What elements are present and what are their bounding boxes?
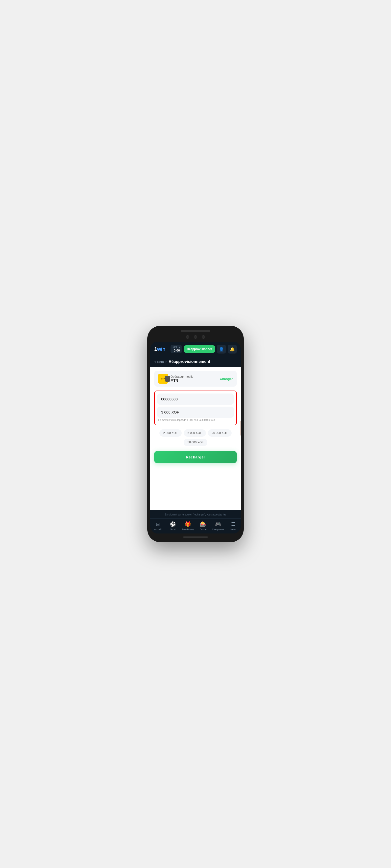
user-icon-button[interactable]: 👤 bbox=[217, 345, 226, 353]
casino-icon: 🎰 bbox=[200, 521, 206, 527]
amount-chip-2000[interactable]: 2 000 XOF bbox=[160, 429, 181, 437]
phone-top-bar bbox=[181, 330, 210, 332]
app-header: 1win XOF ▾ 0,00 Réapprovisionner 👤 🔔 bbox=[150, 342, 241, 356]
phone-bottom-bar bbox=[183, 536, 208, 538]
balance-chip[interactable]: XOF ▾ 0,00 bbox=[171, 345, 182, 353]
deposit-hint: Le montant d'un dépôt de 1 000 XOF à 300… bbox=[157, 419, 234, 423]
header-right: XOF ▾ 0,00 Réapprovisionner 👤 🔔 bbox=[171, 345, 237, 353]
reapprovisionner-button[interactable]: Réapprovisionner bbox=[184, 345, 215, 353]
page-header: < Retour Réapprovisionnement bbox=[150, 356, 241, 367]
nav-item-casino[interactable]: 🎰 Casino bbox=[197, 521, 210, 530]
nav-label-accueil: Accueil bbox=[154, 528, 161, 530]
nav-item-sport[interactable]: ⚽ Sport bbox=[167, 521, 179, 530]
amount-field[interactable]: 3 000 XOF bbox=[157, 407, 234, 418]
main-content: MTN Opérateur mobile MTN Changer 0000000… bbox=[150, 367, 241, 510]
balance-currency: XOF ▾ bbox=[172, 346, 180, 349]
nav-label-live-games: Live-games bbox=[212, 528, 224, 530]
nav-item-free-money[interactable]: 🎁 Free Money bbox=[182, 521, 194, 530]
user-icon: 👤 bbox=[219, 347, 224, 351]
phone-device: 1win XOF ▾ 0,00 Réapprovisionner 👤 🔔 bbox=[147, 326, 244, 542]
operator-label: Opérateur mobile bbox=[171, 375, 194, 378]
nav-item-menu[interactable]: ☰ Menu bbox=[227, 521, 240, 530]
page-title: Réapprovisionnement bbox=[169, 360, 210, 364]
gamepad-icon: 🎮 bbox=[215, 521, 221, 527]
phone-number-field[interactable]: 00000000 bbox=[157, 394, 234, 405]
operator-logo: MTN bbox=[158, 374, 168, 384]
phone-cameras bbox=[150, 335, 241, 339]
home-icon: ⊟ bbox=[156, 521, 160, 527]
operator-left: MTN Opérateur mobile MTN bbox=[158, 374, 194, 384]
camera-dot-left bbox=[186, 335, 189, 339]
sport-icon: ⚽ bbox=[170, 521, 176, 527]
amount-chip-50000[interactable]: 50 000 XOF bbox=[184, 439, 207, 446]
bell-icon-button[interactable]: 🔔 bbox=[228, 345, 237, 353]
gift-icon: 🎁 bbox=[185, 521, 191, 527]
camera-dot-right bbox=[202, 335, 205, 339]
disclaimer-bar: En cliquant sur le bouton "recharger", v… bbox=[150, 510, 241, 519]
nav-label-sport: Sport bbox=[170, 528, 176, 530]
bell-icon: 🔔 bbox=[230, 347, 235, 351]
camera-dot-center bbox=[194, 335, 197, 339]
nav-label-menu: Menu bbox=[230, 528, 236, 530]
chevron-down-icon: ▾ bbox=[179, 346, 180, 349]
recharge-main-button[interactable]: Recharger bbox=[154, 451, 237, 463]
amount-chip-5000[interactable]: 5 000 XOF bbox=[184, 429, 206, 437]
operator-info: Opérateur mobile MTN bbox=[171, 375, 194, 382]
back-button[interactable]: < Retour bbox=[154, 360, 167, 364]
form-section: 00000000 3 000 XOF Le montant d'un dépôt… bbox=[154, 391, 237, 425]
quick-amounts: 2 000 XOF 5 000 XOF 20 000 XOF 50 000 XO… bbox=[154, 429, 237, 446]
bottom-nav: ⊟ Accueil ⚽ Sport 🎁 Free Money 🎰 Casino … bbox=[150, 519, 241, 533]
side-button bbox=[241, 421, 241, 435]
change-operator-button[interactable]: Changer bbox=[220, 377, 233, 381]
nav-item-live-games[interactable]: 🎮 Live-games bbox=[212, 521, 224, 530]
disclaimer-text: En cliquant sur le bouton "recharger", v… bbox=[165, 513, 226, 516]
amount-chip-20000[interactable]: 20 000 XOF bbox=[208, 429, 232, 437]
operator-name: MTN bbox=[171, 378, 194, 382]
nav-label-casino: Casino bbox=[199, 528, 206, 530]
app-logo: 1win bbox=[154, 346, 165, 352]
nav-label-free-money: Free Money bbox=[182, 528, 194, 530]
menu-icon: ☰ bbox=[231, 521, 235, 527]
nav-item-accueil[interactable]: ⊟ Accueil bbox=[152, 521, 164, 530]
balance-amount: 0,00 bbox=[174, 349, 180, 352]
operator-card: MTN Opérateur mobile MTN Changer bbox=[154, 371, 237, 386]
phone-screen: 1win XOF ▾ 0,00 Réapprovisionner 👤 🔔 bbox=[150, 342, 241, 533]
